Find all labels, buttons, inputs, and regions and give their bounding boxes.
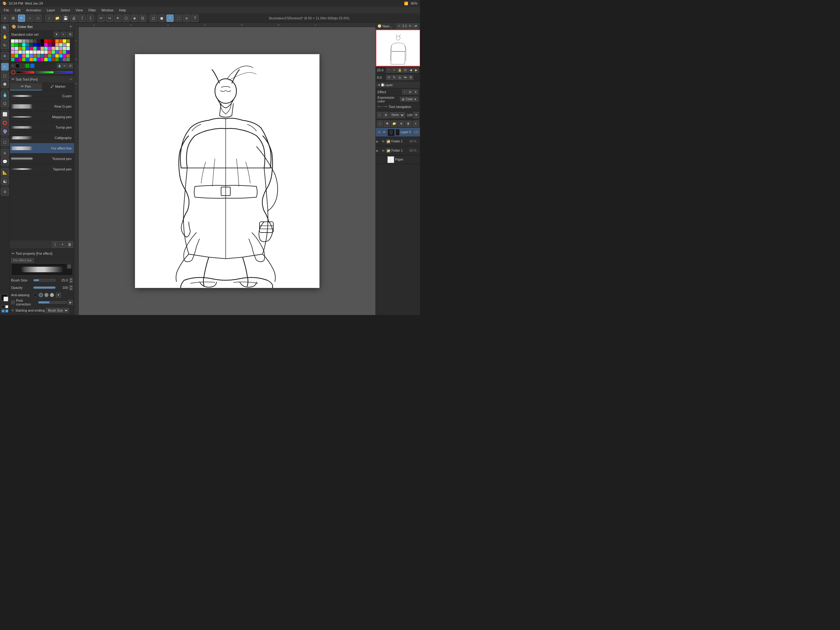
palette-cell[interactable] [15,54,18,57]
canvas-white[interactable] [135,54,319,288]
layer-collapse-icon[interactable]: ◀ [377,83,380,86]
brush-item-mapping-pen[interactable]: Mapping pen [10,112,74,122]
post-correction-arrow[interactable]: ▶ [68,300,73,305]
palette-cell[interactable] [11,47,14,50]
canvas-content[interactable] [79,27,376,315]
brush-delete-btn[interactable]: 🗑 [67,242,73,248]
toolbar-import[interactable]: ⤵ [87,14,94,22]
palette-cell[interactable] [30,51,33,54]
palette-cell[interactable] [66,47,70,50]
toolbar-select1[interactable]: ◻ [150,14,157,22]
palette-cell[interactable] [37,40,40,43]
palette-cell[interactable] [48,43,51,46]
palette-cell[interactable] [30,43,33,46]
brush-size-down[interactable]: ▼ [69,280,73,283]
background-color[interactable] [3,296,8,301]
toolbar-effect2[interactable]: ⬡ [122,14,130,22]
opacity-down[interactable]: ▼ [69,288,73,290]
nav-next[interactable]: ▶ [414,68,419,73]
palette-cell[interactable] [15,51,18,54]
palette-cell[interactable] [41,51,44,54]
layer-new-folder[interactable]: 📁 [391,120,397,127]
palette-cell[interactable] [59,54,62,57]
tool-transform-btn[interactable]: ⬡ [1,138,9,146]
layer-more-icon[interactable]: ≡ [413,120,419,127]
palette-cell[interactable] [41,43,44,46]
recent-cell[interactable] [30,64,35,68]
tool-lasso[interactable]: ⭕ [1,119,9,127]
palette-cell[interactable] [30,47,33,50]
toolbar-redo[interactable]: ↪ [106,14,113,22]
tool-balloon[interactable]: 💬 [1,157,9,166]
color-badge[interactable]: Color ▼ [400,97,418,101]
palette-cell[interactable] [37,47,40,50]
brush-add-btn[interactable]: + [59,242,65,248]
palette-cell[interactable] [55,43,59,46]
toolbar-grid1[interactable]: ⊞ [9,14,17,22]
palette-cell[interactable] [19,43,22,46]
toolbar-new[interactable]: ≡ [1,14,9,22]
toolbar-transform[interactable]: ⬚ [175,14,182,22]
nav-flipv[interactable]: ⇅ [408,75,413,80]
layer-item-layer5[interactable]: 👁 ✏ Layer 5 100 [376,128,420,137]
palette-cell[interactable] [41,58,44,61]
palette-cell[interactable] [63,43,66,46]
palette-cell[interactable] [22,47,25,50]
nav-rotate-reset2[interactable]: ◎ [397,75,402,80]
palette-cell[interactable] [55,40,59,43]
layer-eye-folder1b[interactable]: 👁 [381,149,385,153]
palette-cell[interactable] [59,40,62,43]
nav-flip[interactable]: ⇄ [413,24,418,28]
palette-cell[interactable] [59,58,62,61]
palette-cell[interactable] [66,43,70,46]
tab-pen[interactable]: ✏ Pen [10,83,42,90]
tool-frame[interactable]: ⬕ [1,177,9,185]
palette-cell[interactable] [44,43,47,46]
layer-new-vector[interactable]: ✱ [384,120,390,127]
color-set-config-btn[interactable]: ⚙ [67,32,73,37]
palette-cell[interactable] [44,51,47,54]
recent-cell[interactable] [25,64,30,68]
color-r-slider[interactable] [16,71,35,73]
brush-import-btn[interactable]: ⤵ [52,242,58,248]
palette-cell[interactable] [11,54,14,57]
palette-cell[interactable] [30,58,33,61]
palette-cell[interactable] [55,51,59,54]
palette-cell[interactable] [52,47,55,50]
toolbar-folder[interactable]: 📁 [54,14,61,22]
color-b-slider[interactable] [55,71,73,73]
palette-cell[interactable] [26,40,29,43]
palette-cell[interactable] [55,54,59,57]
nav-zoom-fit2[interactable]: ⊡ [403,68,408,73]
palette-cell[interactable] [19,40,22,43]
tool-fill[interactable]: ⬢ [1,80,9,88]
nav-100[interactable]: 1:1 [402,24,407,28]
palette-cell[interactable] [22,43,25,46]
aa-strong[interactable] [50,293,54,297]
brush-preview-config[interactable]: ⬡ [67,264,71,269]
effect-chevron-icon[interactable]: ▼ [413,90,418,95]
palette-cell[interactable] [33,47,36,50]
layer-eye-layer5[interactable]: 👁 [377,130,381,135]
palette-cell[interactable] [55,47,59,50]
tool-3d-btn[interactable]: ⧈ [1,188,9,196]
brush-item-real-g-pen[interactable]: Real G-pen [10,101,74,112]
palette-cell[interactable] [26,58,29,61]
layer-item-folder1[interactable]: ▶ 👁 📁 Folder 1 50 % ↓ [376,137,420,146]
tool-auto-select[interactable]: 🔮 [1,127,9,135]
layer-merge[interactable]: ⊕ [398,120,404,127]
color-set-add-btn[interactable]: + [61,32,66,37]
brush-item-tapered-pen[interactable]: Tapered pen [10,164,74,174]
nav-prev[interactable]: ◀ [408,68,413,73]
toolbar-circle[interactable]: ○ [26,14,33,22]
palette-config-icon[interactable]: ⚙ [68,63,73,68]
swatch-black[interactable] [2,305,5,308]
palette-cell[interactable] [63,58,66,61]
color-wheel-icon[interactable] [11,70,15,74]
palette-cell[interactable] [33,51,36,54]
palette-cell[interactable] [63,51,66,54]
palette-cell[interactable] [26,43,29,46]
palette-cell[interactable] [44,58,47,61]
nav-rotate-reset[interactable]: ↻ [408,24,413,28]
palette-cell[interactable] [41,54,44,57]
